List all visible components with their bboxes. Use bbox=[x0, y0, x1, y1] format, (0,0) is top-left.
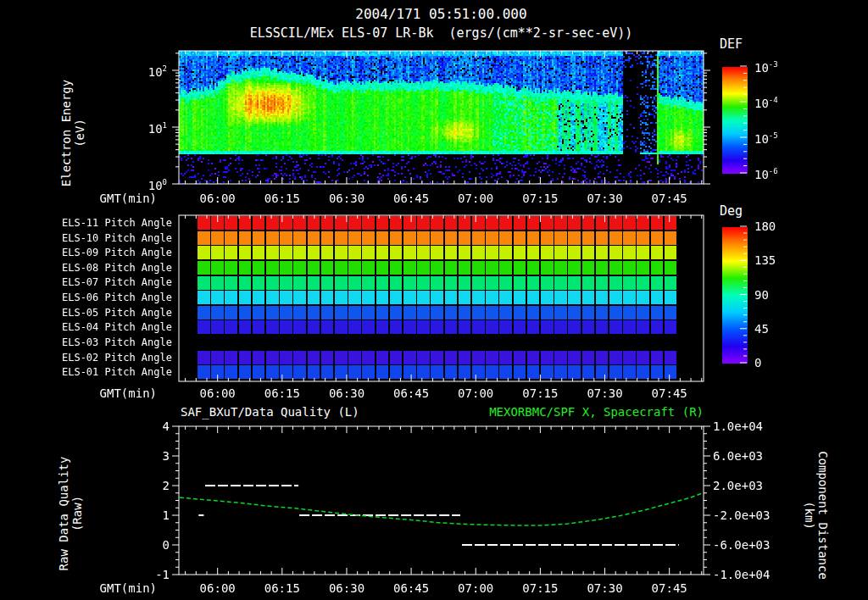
distance-series-line bbox=[180, 493, 703, 525]
timeseries-frame bbox=[179, 426, 704, 575]
axes-overlay bbox=[0, 0, 868, 600]
spectrogram-frame bbox=[179, 51, 704, 184]
axis-ticks bbox=[172, 51, 747, 575]
plot-page: { "header": { "timestamp": "2004/171 05:… bbox=[0, 0, 868, 600]
quality-series-line bbox=[198, 486, 679, 545]
pitch-frame bbox=[179, 215, 704, 381]
